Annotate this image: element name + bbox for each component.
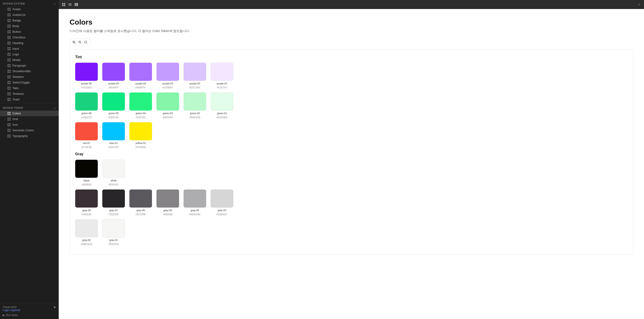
run-tests-button[interactable]: ▶ Run tests xyxy=(3,314,56,317)
sidebar-item-body[interactable]: › Body xyxy=(0,23,59,29)
color-name-green-04: green-04 xyxy=(136,112,146,115)
color-swatch-gray-08 xyxy=(75,190,98,208)
color-hex-green-04: #25F281 xyxy=(136,116,146,119)
grid-icon-badge xyxy=(8,19,10,22)
sidebar-item-modal[interactable]: › Modal xyxy=(0,57,59,63)
color-item-purple-01: purple-01 #F2E7FF xyxy=(211,63,233,89)
run-icon[interactable]: ▶ xyxy=(54,306,56,309)
sidebar-item-semantic-colors[interactable]: › Semantic Colors xyxy=(0,127,59,133)
sidebar-item-paragraph[interactable]: › Paragraph xyxy=(0,63,59,68)
color-hex-green-06: #18D27D xyxy=(81,116,92,119)
color-name-purple-02: purple-02 xyxy=(190,82,200,85)
list-view-icon[interactable] xyxy=(68,2,72,7)
sidebar-item-button[interactable]: › Button xyxy=(0,29,59,34)
sidebar-item-label-textarea: Textarea xyxy=(12,92,24,95)
color-swatch-gray-02 xyxy=(75,219,98,237)
expand-arrow-semantic-colors: › xyxy=(4,129,5,132)
color-name-purple-04: purple-04 xyxy=(136,82,146,85)
color-item-gray-03: gray-03 #D6D6D7 xyxy=(211,190,233,216)
sidebar-item-label-avatar: Avatar xyxy=(12,7,21,11)
color-swatch-green-04 xyxy=(130,92,152,111)
color-item-gray-07: gray-07 #282628 xyxy=(102,190,125,216)
color-swatch-green-05 xyxy=(102,92,125,111)
zoom-reset-button[interactable] xyxy=(83,40,88,45)
color-hex-purple-02: #DCC4FE xyxy=(189,86,200,89)
sidebar-item-label-toast: Toast xyxy=(12,98,20,101)
sidebar-item-icon[interactable]: › Icon xyxy=(0,122,59,127)
grid-icon-input xyxy=(8,47,10,50)
expand-arrow-grid: › xyxy=(4,118,5,120)
color-swatch-green-06 xyxy=(75,92,98,111)
svg-rect-2 xyxy=(62,5,64,6)
page-title: Colors xyxy=(70,18,633,26)
color-hex-green-01: #E2FDEA xyxy=(216,116,228,119)
color-item-purple-05: purple-05 #9549FF xyxy=(102,63,125,89)
sidebar-item-avatar[interactable]: › Avatar xyxy=(0,6,59,12)
sidebar-item-toast[interactable]: › Toast xyxy=(0,97,59,102)
color-hex-green-03: #85F6A9 xyxy=(163,116,173,119)
sidebar-item-textarea[interactable]: › Textarea xyxy=(0,91,59,97)
color-hex-yellow-01: #FFEB00 xyxy=(136,146,146,148)
sidebar-item-showmorebtn[interactable]: › ShowMoreBtn xyxy=(0,68,59,74)
sidebar-item-input[interactable]: › Input xyxy=(0,46,59,51)
sidebar-item-label-input: Input xyxy=(12,47,19,50)
zoom-out-button[interactable] xyxy=(78,40,82,45)
grid-icon-logo xyxy=(8,53,10,56)
sidebar-item-checkbox[interactable]: › Checkbox xyxy=(0,34,59,40)
color-item-blue-01: blue-01 #00C3FF xyxy=(102,122,125,148)
expand-arrow-avatar: › xyxy=(4,8,5,10)
grid-icon-grid xyxy=(8,118,10,121)
sidebar-item-switchtoggle[interactable]: › SwitchToggle xyxy=(0,80,59,85)
panel-view-icon[interactable] xyxy=(74,2,78,7)
design-token-label: DESIGN TOKEN xyxy=(3,106,23,109)
color-swatch-purple-03 xyxy=(156,63,179,81)
tint-row-misc: red-01 #F74F3B blue-01 #00C3FF yellow-01… xyxy=(75,122,628,148)
color-swatch-purple-05 xyxy=(102,63,125,81)
color-swatch-red-01 xyxy=(75,122,98,140)
color-item-gray-01: gray-01 #F6F6F5 xyxy=(102,219,125,246)
color-name-red-01: red-01 xyxy=(83,142,90,144)
sidebar-footer: Visual tests ▶ Login required ▶ Run test… xyxy=(0,303,59,319)
sidebar-item-tabs[interactable]: › Tabs xyxy=(0,85,59,91)
color-name-green-03: green-03 xyxy=(163,112,173,115)
sidebar-item-label-logo: Logo xyxy=(12,52,19,56)
design-system-collapse-icon[interactable]: ▲ xyxy=(54,2,56,5)
sidebar-item-heading[interactable]: › Heading xyxy=(0,40,59,46)
color-swatch-black xyxy=(75,160,98,178)
sidebar-item-label-paragraph: Paragraph xyxy=(12,64,26,67)
color-hex-blue-01: #00C3FF xyxy=(108,146,119,148)
color-name-green-05: green-05 xyxy=(108,112,118,115)
sidebar-item-avatarlist[interactable]: › AvatarList xyxy=(0,12,59,17)
color-swatch-purple-01 xyxy=(211,63,233,81)
expand-arrow-textarea: › xyxy=(4,93,5,95)
gray-row-main: gray-08 #393036 gray-07 #282628 gray-06 … xyxy=(75,190,628,216)
content-area: Colors 디자인에 사용된 컬러를 스케일로 표시했습니다. 각 컬러는 C… xyxy=(59,9,644,264)
expand-arrow-modal: › xyxy=(4,59,5,61)
color-item-green-06: green-06 #18D27D xyxy=(75,92,98,119)
zoom-in-button[interactable] xyxy=(72,40,76,45)
color-hex-black: #080600 xyxy=(82,183,92,186)
sidebar-item-label-typography: Typography xyxy=(12,134,28,138)
sidebar-item-badge[interactable]: › Badge xyxy=(0,17,59,23)
color-hex-green-05: #0DE781 xyxy=(108,116,119,119)
grid-icon-checkbox xyxy=(8,36,10,39)
color-item-green-03: green-03 #85F6A9 xyxy=(156,92,179,119)
grid-icon-toast xyxy=(8,98,10,101)
sidebar-item-logo[interactable]: › Logo xyxy=(0,51,59,57)
sidebar-item-grid[interactable]: › Grid xyxy=(0,116,59,122)
color-swatch-gray-06 xyxy=(130,190,152,208)
sidebar-item-typography[interactable]: › Typography xyxy=(0,133,59,139)
main-wrapper: ⤢ Colors 디자인에 사용된 컬러를 스케일로 표시했습니다. 각 컬러는… xyxy=(59,0,644,319)
expand-icon[interactable]: ⤢ xyxy=(637,2,641,7)
expand-arrow-input: › xyxy=(4,48,5,50)
main-content: Colors 디자인에 사용된 컬러를 스케일로 표시했습니다. 각 컬러는 C… xyxy=(59,9,644,319)
svg-rect-0 xyxy=(62,3,64,4)
color-name-blue-01: blue-01 xyxy=(110,142,118,144)
design-token-collapse-icon[interactable]: ▲ xyxy=(54,107,56,109)
grid-icon-textarea xyxy=(8,92,10,95)
grid-view-icon[interactable] xyxy=(62,2,66,7)
login-required-link[interactable]: Login required xyxy=(3,309,56,312)
color-swatch-green-02 xyxy=(184,92,206,111)
sidebar-item-skeleton[interactable]: › Skeleton xyxy=(0,74,59,80)
sidebar-item-colors[interactable]: › Colors xyxy=(0,111,59,116)
